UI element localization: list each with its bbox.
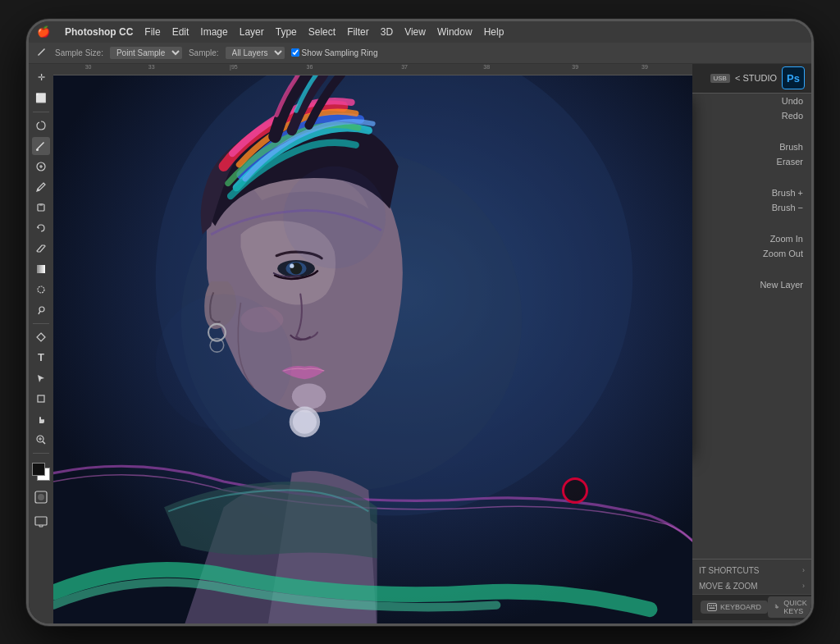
eraser-tool-icon[interactable] bbox=[32, 240, 50, 258]
menu-bar: 🍎 Photoshop CC File Edit Image Layer Typ… bbox=[29, 21, 811, 43]
right-panel: USB < STUDIO Ps Finder Launchpad ▶ bbox=[692, 64, 811, 623]
sample-size-label: Sample Size: bbox=[55, 48, 103, 57]
brush-shortcut[interactable]: Brush bbox=[692, 139, 811, 154]
eyedropper-tool-icon[interactable] bbox=[35, 46, 48, 59]
blur-tool-icon[interactable] bbox=[32, 281, 50, 299]
studio-label: < STUDIO bbox=[735, 73, 777, 83]
svg-point-0 bbox=[36, 148, 39, 151]
app-name: Photoshop CC bbox=[65, 26, 133, 38]
menu-layer[interactable]: Layer bbox=[240, 26, 264, 38]
redo-shortcut[interactable]: Redo bbox=[692, 108, 811, 123]
svg-rect-7 bbox=[38, 395, 44, 402]
eraser-shortcut[interactable]: Eraser bbox=[692, 154, 811, 169]
sample-select[interactable]: All Layers bbox=[226, 47, 285, 59]
tool-divider-1 bbox=[33, 112, 49, 112]
show-sampling-ring-label[interactable]: Show Sampling Ring bbox=[291, 48, 378, 57]
svg-rect-31 bbox=[715, 605, 717, 607]
color-swatches[interactable] bbox=[30, 461, 52, 482]
it-shortcuts-button[interactable]: IT SHORTCUTS › bbox=[692, 563, 811, 578]
toolbar: Sample Size: Point Sample Sample: All La… bbox=[29, 43, 811, 64]
tool-divider-3 bbox=[33, 453, 49, 454]
horizontal-ruler: 30 33 |95 36 37 38 39 39 bbox=[53, 64, 692, 75]
ps-app-icon[interactable]: Ps bbox=[782, 66, 805, 89]
sample-label: Sample: bbox=[189, 48, 219, 57]
stamp-tool-icon[interactable] bbox=[32, 199, 50, 217]
menu-help[interactable]: Help bbox=[484, 26, 504, 38]
shape-tool-icon[interactable] bbox=[32, 390, 50, 408]
apple-logo-icon[interactable]: 🍎 bbox=[37, 25, 50, 38]
command-icon bbox=[774, 602, 780, 612]
canvas-area: 30 33 |95 36 37 38 39 39 bbox=[53, 64, 692, 623]
new-layer-shortcut[interactable]: New Layer bbox=[692, 277, 811, 292]
menu-file[interactable]: File bbox=[144, 26, 160, 38]
gradient-tool-icon[interactable] bbox=[32, 260, 50, 278]
menu-filter[interactable]: Filter bbox=[347, 26, 369, 38]
foreground-color-swatch[interactable] bbox=[32, 463, 45, 476]
menu-view[interactable]: View bbox=[404, 26, 426, 38]
keyboard-icon bbox=[707, 603, 717, 611]
history-brush-icon[interactable] bbox=[32, 219, 50, 237]
eyedropper-icon[interactable] bbox=[32, 137, 50, 155]
keyboard-button[interactable]: KEYBOARD bbox=[701, 601, 768, 614]
svg-rect-27 bbox=[708, 604, 717, 611]
svg-rect-28 bbox=[709, 605, 710, 607]
svg-rect-32 bbox=[710, 608, 715, 610]
artwork-canvas bbox=[53, 75, 692, 623]
zoom-out-shortcut[interactable]: Zoom Out bbox=[692, 246, 811, 261]
menu-items: File Edit Image Layer Type Select Filter… bbox=[144, 26, 504, 38]
brush-tool-icon[interactable] bbox=[32, 178, 50, 196]
quick-mask-icon[interactable] bbox=[34, 490, 48, 508]
svg-rect-3 bbox=[38, 204, 44, 211]
device-frame: 🍎 Photoshop CC File Edit Image Layer Typ… bbox=[26, 19, 814, 626]
svg-point-2 bbox=[37, 189, 39, 191]
menu-3d[interactable]: 3D bbox=[381, 26, 393, 38]
sample-size-select[interactable]: Point Sample bbox=[110, 47, 182, 59]
menu-image[interactable]: Image bbox=[200, 26, 227, 38]
usb-badge: USB bbox=[710, 74, 730, 83]
svg-point-5 bbox=[38, 286, 44, 293]
menu-type[interactable]: Type bbox=[276, 26, 297, 38]
zoom-tool-icon[interactable] bbox=[32, 431, 50, 449]
move-tool-icon[interactable]: ✛ bbox=[32, 69, 50, 87]
hand-tool-icon[interactable] bbox=[32, 410, 50, 428]
main-content: ✛ ⬜ bbox=[29, 64, 811, 623]
svg-rect-30 bbox=[713, 605, 714, 607]
heal-tool-icon[interactable] bbox=[32, 158, 50, 176]
svg-point-20 bbox=[292, 383, 326, 409]
artwork-svg bbox=[53, 75, 692, 623]
quick-keys-button[interactable]: QUICK KEYS bbox=[768, 596, 814, 618]
tool-divider-2 bbox=[33, 323, 49, 324]
pen-tool-icon[interactable] bbox=[32, 328, 50, 346]
lasso-tool-icon[interactable] bbox=[32, 116, 50, 135]
movezoom-chevron-icon: › bbox=[802, 582, 805, 590]
astropad-header: USB < STUDIO Ps bbox=[692, 64, 811, 94]
right-shortcuts: Undo Redo Brush Eraser Brush + Brush − Z… bbox=[692, 94, 811, 292]
zoom-in-shortcut[interactable]: Zoom In bbox=[692, 231, 811, 246]
screen-mode-icon[interactable] bbox=[34, 514, 48, 532]
brush-minus-shortcut[interactable]: Brush − bbox=[692, 200, 811, 215]
brush-cursor bbox=[562, 477, 588, 504]
svg-point-18 bbox=[290, 263, 294, 267]
svg-point-25 bbox=[283, 166, 386, 268]
move-zoom-button[interactable]: MOVE & ZOOM › bbox=[692, 578, 811, 594]
svg-point-24 bbox=[293, 409, 317, 433]
undo-shortcut[interactable]: Undo bbox=[692, 94, 811, 108]
shortcuts-chevron-icon: › bbox=[802, 566, 805, 574]
svg-rect-11 bbox=[35, 517, 47, 525]
brush-plus-shortcut[interactable]: Brush + bbox=[692, 185, 811, 200]
right-panel-bottom: IT SHORTCUTS › MOVE & ZOOM › bbox=[692, 559, 811, 623]
path-select-icon[interactable] bbox=[32, 369, 50, 387]
left-toolbar: ✛ ⬜ bbox=[29, 64, 53, 623]
menu-edit[interactable]: Edit bbox=[172, 26, 189, 38]
menu-window[interactable]: Window bbox=[437, 26, 472, 38]
text-tool-icon[interactable]: T bbox=[32, 349, 50, 367]
marquee-tool-icon[interactable]: ⬜ bbox=[32, 89, 50, 107]
svg-rect-4 bbox=[37, 265, 45, 273]
dodge-tool-icon[interactable] bbox=[32, 301, 50, 319]
show-sampling-ring-checkbox[interactable] bbox=[291, 48, 299, 57]
shortcuts-panel: Finder Launchpad ▶ Safari Mail bbox=[692, 94, 811, 559]
svg-rect-29 bbox=[711, 605, 713, 607]
keyboard-bar: KEYBOARD QUICK KEYS bbox=[692, 594, 811, 620]
svg-point-26 bbox=[156, 294, 292, 430]
menu-select[interactable]: Select bbox=[308, 26, 336, 38]
